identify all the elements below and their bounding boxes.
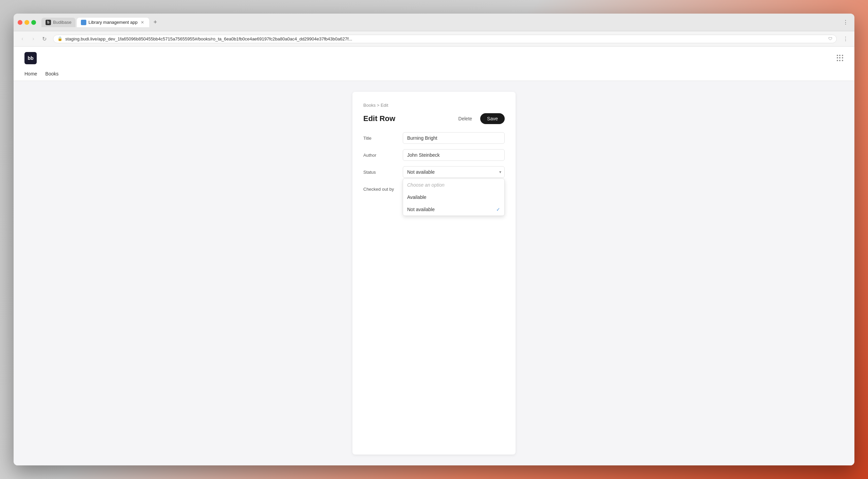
title-field-row: Title — [363, 132, 505, 144]
dropdown-item-available[interactable]: Available — [403, 191, 504, 203]
tab-budibase-label: Budibase — [53, 20, 71, 25]
tab-bar: b Budibase Library management app ✕ + — [41, 18, 838, 27]
nav-controls: ‹ › ↻ 🔒 staging.budi.live/app_dev_1fa650… — [14, 31, 854, 47]
card-header: Edit Row Delete Save — [363, 113, 505, 124]
grid-dot-3 — [842, 55, 843, 56]
app-logo: bb — [24, 52, 37, 64]
card-actions: Delete Save — [454, 113, 505, 124]
checked-out-label: Checked out by — [363, 183, 397, 192]
tab-budibase[interactable]: b Budibase — [41, 18, 75, 27]
page-content: bb Home Books — [14, 47, 854, 465]
breadcrumb: Books > Edit — [363, 103, 505, 108]
nav-link-home[interactable]: Home — [24, 70, 37, 78]
dropdown-item-placeholder[interactable]: Choose an option — [403, 179, 504, 191]
lock-icon: 🔒 — [57, 36, 63, 41]
grid-dot-8 — [839, 60, 840, 61]
status-field-row: Status Not available ▾ Choose an option — [363, 166, 505, 178]
logo-text: bb — [28, 55, 33, 61]
dropdown-placeholder-label: Choose an option — [407, 182, 445, 188]
address-text: staging.budi.live/app_dev_1fa65096b85045… — [65, 36, 826, 41]
back-button[interactable]: ‹ — [18, 34, 27, 44]
grid-dot-1 — [837, 55, 838, 56]
author-label: Author — [363, 149, 397, 158]
address-bar[interactable]: 🔒 staging.budi.live/app_dev_1fa65096b850… — [53, 35, 837, 43]
forward-button[interactable]: › — [29, 34, 38, 44]
author-field-row: Author — [363, 149, 505, 161]
minimize-button[interactable] — [24, 20, 29, 25]
status-select-wrapper: Not available ▾ Choose an option Availab… — [403, 166, 505, 178]
dropdown-item-not-available[interactable]: Not available ✓ — [403, 203, 504, 216]
title-label: Title — [363, 132, 397, 141]
main-content: Books > Edit Edit Row Delete Save Title — [14, 81, 854, 465]
status-dropdown-menu: Choose an option Available Not available… — [403, 178, 505, 216]
title-bar: b Budibase Library management app ✕ + ⋮ — [14, 14, 854, 31]
close-button[interactable] — [18, 20, 22, 25]
grid-dot-2 — [839, 55, 840, 56]
new-tab-button[interactable]: + — [151, 18, 160, 27]
edit-card: Books > Edit Edit Row Delete Save Title — [352, 92, 516, 455]
maximize-button[interactable] — [31, 20, 36, 25]
save-button[interactable]: Save — [480, 113, 505, 124]
grid-dot-5 — [839, 57, 840, 58]
traffic-lights — [18, 20, 36, 25]
title-input[interactable] — [403, 132, 505, 144]
grid-dot-6 — [842, 57, 843, 58]
page-title: Edit Row — [363, 114, 395, 123]
status-select[interactable]: Not available — [403, 166, 505, 178]
reload-button[interactable]: ↻ — [39, 34, 49, 44]
tab-close-button[interactable]: ✕ — [140, 20, 145, 25]
library-favicon — [81, 20, 86, 25]
checkmark-icon: ✓ — [496, 207, 500, 212]
grid-dot-9 — [842, 60, 843, 61]
nav-link-books[interactable]: Books — [45, 70, 58, 78]
app-nav: Home Books — [24, 67, 844, 81]
browser-window: b Budibase Library management app ✕ + ⋮ … — [14, 14, 854, 465]
grid-dot-4 — [837, 57, 838, 58]
budibase-favicon: b — [46, 20, 51, 25]
status-label: Status — [363, 166, 397, 175]
app-header: bb Home Books — [14, 47, 854, 81]
dropdown-available-label: Available — [407, 194, 427, 200]
tab-library[interactable]: Library management app ✕ — [77, 18, 149, 27]
app-header-top: bb — [24, 47, 844, 67]
browser-menu-button[interactable]: ⋮ — [841, 18, 850, 27]
grid-menu-icon[interactable] — [837, 55, 844, 62]
grid-dot-7 — [837, 60, 838, 61]
extensions-button[interactable]: ⋮ — [841, 34, 850, 44]
author-input[interactable] — [403, 149, 505, 161]
shield-icon: 🛡 — [828, 36, 832, 41]
delete-button[interactable]: Delete — [454, 114, 476, 123]
dropdown-not-available-label: Not available — [407, 207, 435, 212]
tab-library-label: Library management app — [88, 20, 138, 25]
